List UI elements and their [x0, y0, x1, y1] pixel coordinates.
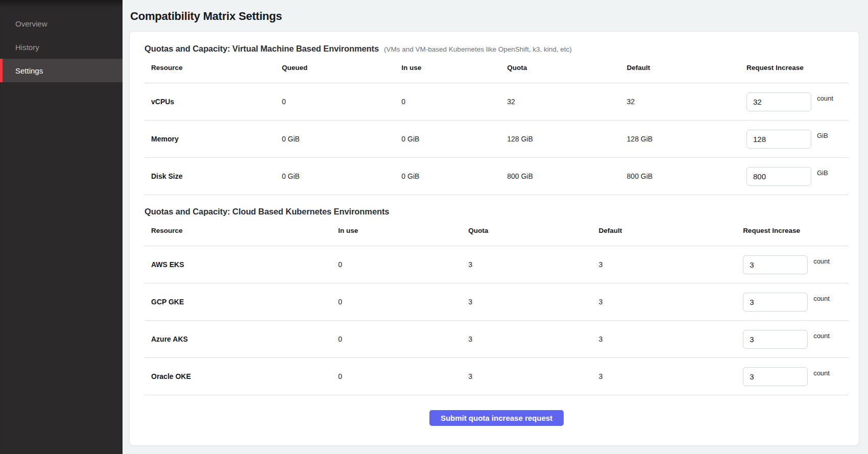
header-row: ResourceIn useQuotaDefaultRequest Increa… — [144, 218, 849, 246]
resource-name: GCP GKE — [144, 283, 338, 321]
resource-name: AWS EKS — [144, 246, 338, 283]
column-header: Default — [598, 218, 743, 246]
cell-value: 128 GiB — [627, 121, 746, 158]
column-header: Default — [627, 55, 746, 83]
submit-row: Submit quota increase request — [144, 410, 849, 426]
resource-name: Disk Size — [144, 158, 282, 195]
section-title: Quotas and Capacity: Cloud Based Kuberne… — [144, 207, 389, 217]
submit-quota-request-button[interactable]: Submit quota increase request — [429, 410, 564, 426]
column-header: Request Increase — [746, 55, 849, 83]
request-increase-input[interactable] — [743, 330, 808, 349]
request-increase-cell: count — [743, 283, 849, 321]
column-header: Queued — [282, 55, 401, 83]
section-subtitle: (VMs and VM-based Kubernetes like OpenSh… — [384, 45, 572, 53]
cell-value: 3 — [598, 246, 743, 283]
sidebar-item-label: Overview — [15, 19, 47, 28]
table-row: vCPUs003232count — [144, 83, 849, 121]
sidebar-item-history[interactable]: History — [0, 35, 123, 59]
settings-card: Quotas and Capacity: Virtual Machine Bas… — [129, 31, 859, 446]
cell-value: 32 — [627, 83, 746, 121]
cell-value: 0 GiB — [401, 158, 507, 195]
cell-value: 800 GiB — [507, 158, 626, 195]
cell-value: 3 — [598, 358, 743, 395]
cell-value: 0 — [338, 321, 468, 358]
cell-value: 128 GiB — [507, 121, 626, 158]
vm-quota-table: ResourceQueuedIn useQuotaDefaultRequest … — [144, 55, 849, 195]
sidebar-nav: Overview History Settings — [0, 12, 123, 82]
request-increase-input[interactable] — [743, 255, 808, 274]
request-increase-wrap: count — [743, 255, 849, 274]
request-increase-wrap: count — [743, 330, 849, 349]
request-increase-input[interactable] — [743, 367, 808, 386]
resource-name: Memory — [144, 121, 282, 158]
table-row: Azure AKS033count — [144, 321, 849, 358]
request-increase-wrap: count — [746, 92, 849, 111]
cell-value: 3 — [468, 358, 598, 395]
cell-value: 0 — [282, 83, 401, 121]
cell-value: 3 — [468, 321, 598, 358]
request-increase-wrap: count — [743, 293, 849, 312]
sidebar-item-overview[interactable]: Overview — [0, 12, 123, 35]
cell-value: 0 GiB — [282, 121, 401, 158]
request-increase-wrap: GiB — [746, 130, 849, 149]
column-header: Quota — [468, 218, 598, 246]
resource-name: Oracle OKE — [144, 358, 338, 395]
request-increase-cell: GiB — [746, 158, 849, 195]
active-indicator — [0, 59, 3, 82]
column-header: In use — [338, 218, 468, 246]
resource-name: Azure AKS — [144, 321, 338, 358]
column-header: Resource — [144, 55, 282, 83]
unit-label: count — [813, 369, 830, 377]
header-row: ResourceQueuedIn useQuotaDefaultRequest … — [144, 55, 849, 83]
cell-value: 3 — [598, 321, 743, 358]
unit-label: count — [817, 94, 833, 102]
sidebar-item-settings[interactable]: Settings — [0, 59, 123, 82]
table-row: Memory0 GiB0 GiB128 GiB128 GiBGiB — [144, 121, 849, 158]
sidebar: Overview History Settings — [0, 0, 123, 454]
table-row: GCP GKE033count — [144, 283, 849, 321]
cell-value: 0 — [338, 358, 468, 395]
sidebar-item-label: History — [15, 43, 39, 52]
cell-value: 3 — [598, 283, 743, 321]
column-header: Quota — [507, 55, 626, 83]
unit-label: count — [813, 332, 830, 340]
unit-label: count — [813, 295, 830, 302]
cell-value: 0 — [401, 83, 507, 121]
page-title: Compatibility Matrix Settings — [130, 10, 859, 22]
cloud-quota-table: ResourceIn useQuotaDefaultRequest Increa… — [144, 218, 849, 395]
unit-label: count — [813, 257, 830, 265]
unit-label: GiB — [817, 169, 828, 177]
cell-value: 0 GiB — [282, 158, 401, 195]
request-increase-wrap: GiB — [746, 167, 849, 186]
unit-label: GiB — [817, 132, 828, 139]
vm-section-heading: Quotas and Capacity: Virtual Machine Bas… — [144, 44, 849, 54]
column-header: In use — [401, 55, 507, 83]
cell-value: 3 — [468, 283, 598, 321]
cell-value: 0 GiB — [401, 121, 507, 158]
column-header: Request Increase — [743, 218, 849, 246]
request-increase-cell: count — [743, 358, 849, 395]
cell-value: 3 — [468, 246, 598, 283]
request-increase-cell: count — [743, 246, 849, 283]
request-increase-cell: count — [746, 83, 849, 121]
resource-name: vCPUs — [144, 83, 282, 121]
cell-value: 32 — [507, 83, 626, 121]
table-row: Oracle OKE033count — [144, 358, 849, 395]
column-header: Resource — [144, 218, 338, 246]
request-increase-cell: GiB — [746, 121, 849, 158]
sidebar-item-label: Settings — [15, 66, 43, 75]
request-increase-input[interactable] — [746, 130, 811, 149]
table-row: AWS EKS033count — [144, 246, 849, 283]
request-increase-input[interactable] — [746, 92, 811, 111]
request-increase-input[interactable] — [743, 293, 808, 312]
cell-value: 800 GiB — [627, 158, 746, 195]
request-increase-input[interactable] — [746, 167, 811, 186]
table-row: Disk Size0 GiB0 GiB800 GiB800 GiBGiB — [144, 158, 849, 195]
cloud-section-heading: Quotas and Capacity: Cloud Based Kuberne… — [144, 207, 849, 217]
request-increase-wrap: count — [743, 367, 849, 386]
main-content: Compatibility Matrix Settings Quotas and… — [123, 0, 868, 454]
cell-value: 0 — [338, 246, 468, 283]
cell-value: 0 — [338, 283, 468, 321]
section-title: Quotas and Capacity: Virtual Machine Bas… — [144, 44, 379, 54]
request-increase-cell: count — [743, 321, 849, 358]
